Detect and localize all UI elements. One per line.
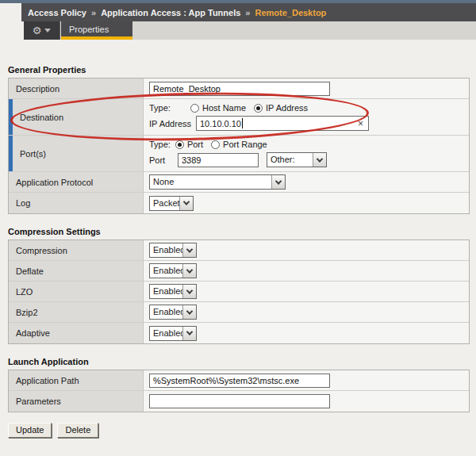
text-caret (242, 118, 243, 128)
description-input[interactable] (149, 82, 330, 96)
tab-properties[interactable]: Properties (61, 21, 132, 36)
description-label: Description (9, 79, 144, 98)
action-buttons: Update Delete (8, 423, 476, 438)
breadcrumb-item-current: Remote_Desktop (255, 8, 326, 17)
breadcrumb: Access Policy » Application Access : App… (21, 3, 476, 21)
bzip2-select[interactable]: Enabled (149, 305, 197, 320)
application-path-label: Application Path (9, 370, 144, 390)
log-select[interactable]: Packet (149, 196, 194, 211)
delete-button[interactable]: Delete (57, 423, 98, 438)
table-row-log: Log Packet (9, 193, 469, 213)
compression-label: Compression (9, 240, 144, 260)
table-row-ports: Port(s) Type: Port Port Range Port Other… (9, 136, 469, 172)
table-row-description: Description (9, 79, 469, 99)
table-row-application-path: Application Path (9, 370, 469, 391)
lzo-select[interactable]: Enabled (149, 284, 197, 299)
radio-ip-address-label: IP Address (266, 103, 308, 113)
table-row-destination: Destination Type: Host Name IP Address I… (9, 99, 469, 136)
compression-select[interactable]: Enabled (149, 243, 197, 258)
destination-type-label: Type: (149, 103, 190, 113)
table-row-parameters: Parameters (9, 391, 469, 412)
select-arrow-icon (271, 175, 285, 189)
tab-properties-label: Properties (69, 25, 109, 34)
application-protocol-select[interactable]: None (149, 174, 286, 190)
gear-menu-button[interactable]: ⚙ (24, 21, 60, 40)
radio-port[interactable] (175, 140, 184, 149)
breadcrumb-item-access-policy[interactable]: Access Policy (28, 8, 86, 17)
ports-label: Port(s) (9, 136, 144, 171)
select-arrow-icon (182, 285, 196, 298)
radio-host-name-label: Host Name (202, 103, 246, 113)
port-preset-select[interactable]: Other: (267, 152, 327, 167)
select-arrow-icon (313, 153, 326, 167)
port-type-label: Type: (149, 140, 171, 149)
table-row-compression: Compression Enabled (9, 240, 469, 261)
section-title-general: General Properties (8, 65, 476, 75)
breadcrumb-separator: » (245, 8, 250, 17)
table-row-adaptive: Adaptive Enabled (9, 323, 469, 343)
select-arrow-icon (182, 327, 196, 340)
breadcrumb-item-app-tunnels[interactable]: Application Access : App Tunnels (101, 8, 240, 17)
deflate-label: Deflate (9, 261, 144, 281)
application-path-input[interactable] (149, 374, 330, 388)
application-protocol-value: None (150, 175, 271, 189)
parameters-label: Parameters (9, 391, 144, 412)
radio-port-range[interactable] (211, 140, 220, 149)
deflate-select[interactable]: Enabled (149, 263, 197, 278)
parameters-input[interactable] (149, 394, 330, 408)
table-row-bzip2: Bzip2 Enabled (9, 302, 469, 323)
section-title-compression: Compression Settings (8, 227, 476, 236)
compression-settings-table: Compression Enabled Deflate Enabled LZO (8, 239, 470, 344)
ip-address-input[interactable]: 10.10.0.10 × (196, 116, 369, 131)
select-arrow-icon (182, 243, 196, 257)
main-content: General Properties Description Destinati… (0, 40, 476, 438)
adaptive-label: Adaptive (9, 323, 144, 343)
launch-application-table: Application Path Parameters (8, 370, 470, 412)
adaptive-select[interactable]: Enabled (149, 326, 197, 341)
radio-port-range-label: Port Range (223, 140, 267, 149)
select-arrow-icon (179, 197, 193, 210)
ip-address-value: 10.10.0.10 (200, 119, 241, 128)
clear-input-icon[interactable]: × (356, 119, 365, 128)
radio-port-label: Port (187, 140, 203, 149)
select-arrow-icon (182, 305, 196, 319)
table-row-lzo: LZO Enabled (9, 282, 469, 302)
bzip2-label: Bzip2 (9, 302, 144, 322)
table-row-application-protocol: Application Protocol None (9, 172, 469, 193)
general-properties-table: Description Destination Type: Host Name … (8, 78, 470, 214)
section-title-launch: Launch Application (8, 357, 476, 366)
table-row-deflate: Deflate Enabled (9, 261, 469, 282)
ip-address-field-label: IP Address (149, 119, 191, 128)
port-field-label: Port (149, 155, 173, 165)
radio-host-name[interactable] (190, 104, 199, 113)
destination-label: Destination (9, 99, 144, 135)
select-arrow-icon (182, 264, 196, 278)
gear-icon: ⚙ (33, 25, 42, 36)
application-protocol-label: Application Protocol (9, 172, 144, 192)
log-value: Packet (150, 197, 179, 210)
breadcrumb-separator: » (91, 8, 96, 17)
port-input[interactable] (178, 153, 259, 167)
radio-ip-address[interactable] (254, 104, 263, 113)
lzo-label: LZO (9, 282, 144, 301)
log-label: Log (9, 193, 144, 213)
chevron-down-icon (44, 29, 51, 33)
port-preset-value: Other: (267, 153, 313, 167)
update-button[interactable]: Update (8, 423, 52, 438)
